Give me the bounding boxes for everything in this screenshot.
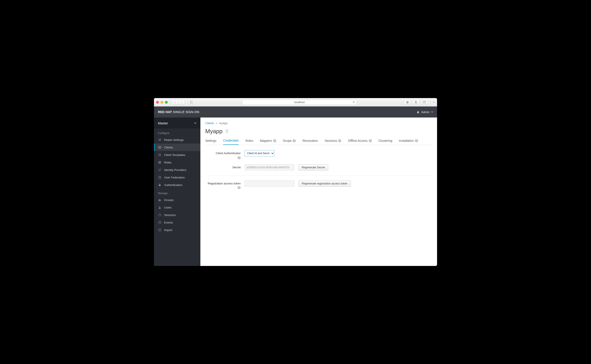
help-icon: ? <box>369 139 372 142</box>
help-icon: ? <box>338 139 341 142</box>
svg-rect-16 <box>158 163 161 163</box>
lock-icon <box>158 183 161 186</box>
svg-rect-23 <box>159 221 161 223</box>
svg-point-13 <box>160 155 161 156</box>
sidebar-item-client-templates[interactable]: Client Templates <box>154 151 200 159</box>
breadcrumb-sep: » <box>216 122 217 125</box>
divider <box>205 175 432 176</box>
brand: RED HAT SINGLE SIGN-ON <box>158 110 199 114</box>
user-icon <box>417 111 419 113</box>
secret-field[interactable] <box>245 164 294 170</box>
toolbar-right <box>404 100 428 105</box>
sidebar: Master Configure Realm Settings Clients … <box>154 117 200 266</box>
tab-sessions[interactable]: Sessions? <box>324 137 341 145</box>
sidebar-item-label: User Federation <box>164 176 185 179</box>
label-registration-token: Registration access token ? <box>205 181 241 189</box>
sidebar-item-label: Sessions <box>164 213 176 217</box>
tabs-button[interactable] <box>421 100 428 105</box>
tab-scope[interactable]: Scope? <box>283 137 296 145</box>
tab-clustering[interactable]: Clustering <box>378 137 392 145</box>
tabs: Settings Credentials Roles Mappers? Scop… <box>205 137 432 145</box>
app-body: Master Configure Realm Settings Clients … <box>154 117 437 266</box>
breadcrumb: Clients » myapp <box>205 122 432 125</box>
maximize-window-icon[interactable] <box>165 101 168 104</box>
sidebar-item-sessions[interactable]: Sessions <box>154 211 200 219</box>
sidebar-item-groups[interactable]: Groups <box>154 196 200 204</box>
breadcrumb-current: myapp <box>219 122 227 125</box>
tab-revocation[interactable]: Revocation <box>302 137 318 145</box>
main-content: Clients » myapp Myapp Settings Credentia… <box>200 117 437 266</box>
row-registration-token: Registration access token ? Regenerate r… <box>205 181 432 189</box>
reload-icon[interactable]: ↻ <box>353 101 355 104</box>
close-window-icon[interactable] <box>156 101 159 104</box>
exchange-icon <box>158 168 161 171</box>
tab-mappers[interactable]: Mappers? <box>260 137 276 145</box>
nav-buttons: ‹ › <box>172 100 185 105</box>
section-manage: Manage <box>154 189 200 196</box>
svg-rect-15 <box>158 162 161 162</box>
help-icon[interactable]: ? <box>238 186 241 189</box>
list-icon <box>158 161 161 164</box>
sidebar-item-events[interactable]: Events <box>154 219 200 226</box>
sidebar-item-label: Realm Settings <box>164 138 184 142</box>
sidebar-item-roles[interactable]: Roles <box>154 159 200 166</box>
row-secret: Secret Regenerate Secret <box>205 164 432 170</box>
tab-roles[interactable]: Roles <box>245 137 253 145</box>
brand-bold: RED HAT <box>158 110 172 114</box>
page-title: Myapp <box>205 128 222 135</box>
label-client-authenticator: Client Authenticator ? <box>205 150 241 159</box>
regenerate-token-button[interactable]: Regenerate registration access token <box>298 181 351 187</box>
client-authenticator-select[interactable]: Client Id and Secret <box>245 150 275 156</box>
tab-offline-access[interactable]: Offline Access? <box>348 137 372 145</box>
share-button[interactable] <box>412 100 419 105</box>
forward-button[interactable]: › <box>178 100 185 105</box>
group-icon <box>158 198 161 202</box>
sidebar-item-user-federation[interactable]: User Federation <box>154 174 200 181</box>
breadcrumb-parent[interactable]: Clients <box>205 122 214 125</box>
sidebar-item-realm-settings[interactable]: Realm Settings <box>154 136 200 143</box>
address-text: localhost <box>294 101 305 104</box>
sidebar-item-users[interactable]: Users <box>154 204 200 211</box>
sidebar-item-label: Users <box>164 206 172 209</box>
address-bar-container: localhost ↻ <box>226 100 373 105</box>
svg-point-12 <box>159 155 160 156</box>
sidebar-item-import[interactable]: Import <box>154 226 200 234</box>
svg-rect-14 <box>158 161 161 162</box>
user-menu[interactable]: Admin <box>417 110 433 114</box>
tab-settings[interactable]: Settings <box>205 137 216 145</box>
sidebar-item-label: Events <box>164 221 173 224</box>
help-icon[interactable]: ? <box>238 156 241 159</box>
templates-icon <box>158 153 161 156</box>
realm-selector[interactable]: Master <box>154 117 200 129</box>
back-button[interactable]: ‹ <box>172 100 178 105</box>
svg-point-21 <box>159 207 160 208</box>
sidebar-item-identity-providers[interactable]: Identity Providers <box>154 166 200 174</box>
svg-point-9 <box>160 139 161 140</box>
svg-point-8 <box>160 140 160 141</box>
address-bar[interactable]: localhost ↻ <box>242 100 357 105</box>
sidebar-item-authentication[interactable]: Authentication <box>154 181 200 189</box>
svg-point-20 <box>160 199 161 200</box>
new-tab-button[interactable]: + <box>430 98 437 106</box>
database-icon <box>158 176 161 179</box>
trash-icon[interactable] <box>225 130 228 133</box>
downloads-button[interactable] <box>404 100 411 105</box>
minimize-window-icon[interactable] <box>161 101 163 104</box>
regenerate-secret-button[interactable]: Regenerate Secret <box>298 164 328 170</box>
row-client-authenticator: Client Authenticator ? Client Id and Sec… <box>205 150 432 159</box>
svg-rect-18 <box>159 185 161 186</box>
user-icon <box>158 206 161 209</box>
sliders-icon <box>158 138 161 141</box>
user-name: Admin <box>421 110 429 114</box>
help-icon: ? <box>415 139 418 142</box>
window-controls <box>156 101 168 104</box>
registration-token-field[interactable] <box>245 181 294 187</box>
app-header: RED HAT SINGLE SIGN-ON Admin <box>154 106 437 117</box>
chevron-down-icon <box>194 122 196 124</box>
svg-point-11 <box>160 154 161 155</box>
sidebar-item-clients[interactable]: Clients <box>154 143 200 151</box>
svg-point-6 <box>418 111 419 112</box>
sidebar-toggle-button[interactable] <box>188 100 195 105</box>
tab-credentials[interactable]: Credentials <box>223 137 239 145</box>
tab-installation[interactable]: Installation? <box>399 137 418 145</box>
